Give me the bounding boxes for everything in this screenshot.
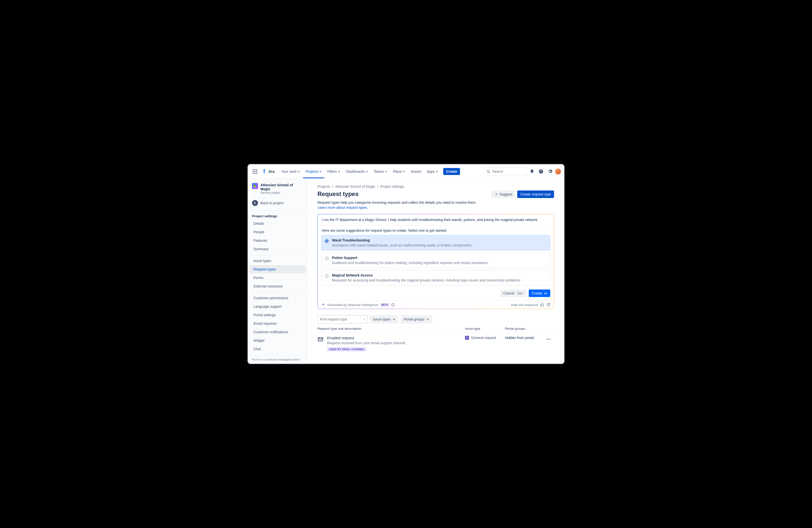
radio-icon <box>325 274 329 278</box>
chevron-down-icon <box>298 170 300 173</box>
svg-rect-7 <box>255 173 256 174</box>
ai-suggestions-heading: Here are some suggestions for request ty… <box>318 225 554 235</box>
chevron-down-icon <box>385 170 388 173</box>
back-arrow-icon <box>252 200 258 206</box>
sidebar-issue-types[interactable]: Issue types <box>249 257 306 265</box>
create-request-type-button[interactable]: Create request type <box>517 191 554 198</box>
help-icon[interactable]: ? <box>537 167 545 176</box>
suggestion-title: Potion Support <box>332 256 489 260</box>
nav-filters[interactable]: Filters <box>325 165 343 178</box>
sidebar-portal-settings[interactable]: Portal settings <box>249 311 306 319</box>
app-switcher-icon[interactable] <box>251 167 259 176</box>
search-icon <box>364 317 365 321</box>
project-type: Service project <box>261 191 303 194</box>
svg-text:?: ? <box>540 170 542 173</box>
sidebar-customer-permissions[interactable]: Customer permissions <box>249 294 306 302</box>
ai-create-button[interactable]: Create <box>529 290 550 297</box>
project-icon: 🦜 <box>252 183 258 189</box>
suggestion-magical-network-access[interactable]: Magical Network Access Requests for acce… <box>321 270 550 285</box>
row-more-button[interactable] <box>545 336 552 343</box>
table-row[interactable]: Emailed request Request received from yo… <box>318 333 554 355</box>
sidebar-customer-notifications[interactable]: Customer notifications <box>249 328 306 336</box>
suggestion-desc: Assistance with wand-related issues, suc… <box>332 243 473 247</box>
thumbs-up-icon[interactable] <box>540 303 544 307</box>
sparkle-icon <box>321 303 325 307</box>
svg-point-19 <box>550 339 551 340</box>
request-title: Emailed request <box>327 336 406 340</box>
nav-projects[interactable]: Projects <box>303 165 324 178</box>
request-desc: Request received from your email support… <box>327 341 406 345</box>
th-portal-groups: Portal groups <box>505 327 545 331</box>
nav-create-button[interactable]: Create <box>443 168 460 175</box>
ai-cancel-button[interactable]: Cancel Esc <box>500 290 527 297</box>
find-request-type-input[interactable] <box>320 317 364 321</box>
issue-types-filter[interactable]: Issue types <box>370 315 398 323</box>
channel-chip: USED BY EMAIL CHANNEL <box>327 347 366 352</box>
learn-more-link[interactable]: Learn more about request types. <box>318 205 368 209</box>
global-search-input[interactable] <box>492 170 525 174</box>
portal-groups-value: Hidden from portal <box>505 336 545 340</box>
primary-nav: Your work Projects Filters Dashboards Te… <box>279 165 460 178</box>
sidebar: 🦜 Atlassian School of Magic Service proj… <box>248 178 307 364</box>
svg-rect-5 <box>256 171 257 172</box>
back-to-project[interactable]: Back to project <box>248 197 307 208</box>
suggestion-desc: Requests for accessing and troubleshooti… <box>332 278 521 282</box>
jira-logo-icon <box>261 169 267 174</box>
sidebar-email-requests[interactable]: Email requests <box>249 320 306 327</box>
svg-point-9 <box>487 170 490 172</box>
thumbs-down-icon[interactable] <box>546 303 550 307</box>
nav-assets[interactable]: Assets <box>408 165 424 178</box>
breadcrumb-projects[interactable]: Projects <box>318 185 330 189</box>
sidebar-details[interactable]: Details <box>249 220 306 228</box>
sidebar-forms[interactable]: Forms <box>249 274 306 282</box>
svg-rect-2 <box>256 169 257 170</box>
nav-plans[interactable]: Plans <box>391 165 408 178</box>
breadcrumb-project[interactable]: Atlassian School of Magic <box>335 185 375 189</box>
sidebar-chat[interactable]: Chat <box>249 345 306 353</box>
suggestion-wand-troubleshooting[interactable]: Wand Troubleshooting Assistance with wan… <box>321 235 550 250</box>
sidebar-language-support[interactable]: Language support <box>249 303 306 310</box>
settings-icon[interactable] <box>546 167 554 176</box>
sidebar-request-types[interactable]: Request types <box>249 265 306 273</box>
info-icon[interactable] <box>391 303 395 307</box>
page-description: Request types help you categorize incomi… <box>318 201 554 205</box>
sidebar-features[interactable]: Features <box>249 236 306 245</box>
portal-groups-filter[interactable]: Portal groups <box>401 315 432 323</box>
filter-row: Issue types Portal groups <box>318 315 554 323</box>
find-request-type-box[interactable] <box>318 315 367 323</box>
svg-rect-8 <box>256 173 257 174</box>
sidebar-summary[interactable]: Summary <box>249 245 306 253</box>
page-title: Request types <box>318 191 359 197</box>
search-icon <box>487 170 490 174</box>
suggestion-desc: Guidance and troubleshooting for potion-… <box>332 261 489 265</box>
global-search[interactable] <box>484 167 527 176</box>
ai-generated-label: Generated by Atlassian Intelligence <box>327 303 378 307</box>
svg-point-18 <box>548 339 549 340</box>
th-issue-type: Issue type <box>465 327 505 331</box>
project-header: 🦜 Atlassian School of Magic Service proj… <box>248 178 307 197</box>
nav-dashboards[interactable]: Dashboards <box>343 165 371 178</box>
chevron-down-icon <box>403 170 405 173</box>
sidebar-people[interactable]: People <box>249 228 306 236</box>
radio-icon <box>325 257 329 260</box>
nav-apps[interactable]: Apps <box>424 165 441 178</box>
user-avatar[interactable] <box>555 168 561 175</box>
suggestion-potion-support[interactable]: Potion Support Guidance and troubleshoot… <box>321 252 550 268</box>
sidebar-widget[interactable]: Widget <box>249 337 306 344</box>
svg-rect-3 <box>253 171 254 172</box>
app-window: Jira Your work Projects Filters Dashboar… <box>247 164 565 364</box>
jira-logo-text: Jira <box>268 169 275 174</box>
main-content: Projects / Atlassian School of Magic / P… <box>307 178 564 364</box>
breadcrumb-section[interactable]: Project settings <box>380 185 404 189</box>
nav-your-work[interactable]: Your work <box>279 165 303 178</box>
th-request-type: Request type and description <box>318 327 465 331</box>
sidebar-external-resources[interactable]: External resources <box>249 282 306 290</box>
ai-prompt-text: I run the IT department at a Magic Schoo… <box>318 214 554 225</box>
sidebar-heading: Project settings <box>248 212 307 220</box>
notifications-icon[interactable] <box>528 167 536 176</box>
jira-logo[interactable]: Jira <box>260 169 276 174</box>
suggest-button[interactable]: Suggest <box>492 191 515 198</box>
nav-teams[interactable]: Teams <box>371 165 390 178</box>
svg-rect-4 <box>255 171 256 172</box>
chevron-down-icon <box>436 170 438 173</box>
